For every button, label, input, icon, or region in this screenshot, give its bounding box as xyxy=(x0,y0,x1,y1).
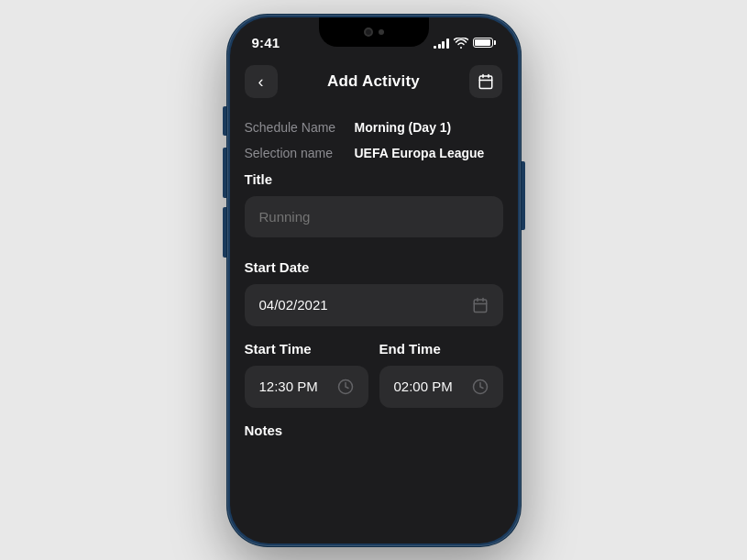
schedule-name-label: Schedule Name xyxy=(245,120,355,135)
page-title: Add Activity xyxy=(327,72,420,91)
power-button xyxy=(522,161,525,230)
app-header: ‹ Add Activity xyxy=(230,58,518,113)
selection-name-value: UEFA Europa League xyxy=(355,146,485,160)
status-bar: 9:41 xyxy=(230,17,518,58)
start-time-value: 12:30 PM xyxy=(259,379,318,394)
svg-rect-4 xyxy=(474,300,487,313)
clock-end-icon xyxy=(472,379,489,395)
volume-down-button xyxy=(223,207,226,258)
start-time-label: Start Time xyxy=(245,341,368,357)
title-input[interactable] xyxy=(245,196,503,237)
phone-screen: 9:41 xyxy=(230,17,518,544)
selection-name-label: Selection name xyxy=(245,146,355,160)
phone-frame: 9:41 xyxy=(227,15,521,546)
back-button[interactable]: ‹ xyxy=(245,65,278,98)
svg-rect-0 xyxy=(480,76,493,89)
notch xyxy=(319,17,429,47)
clock-start-icon xyxy=(337,379,354,395)
notes-label: Notes xyxy=(245,423,503,438)
calendar-header-icon xyxy=(478,73,494,90)
front-camera xyxy=(364,27,373,37)
start-time-col: Start Time 12:30 PM xyxy=(245,341,368,408)
end-time-label: End Time xyxy=(379,341,503,357)
back-arrow-icon: ‹ xyxy=(258,73,264,90)
form-content: Schedule Name Morning (Day 1) Selection … xyxy=(230,113,518,438)
start-date-value: 04/02/2021 xyxy=(259,297,328,313)
end-time-value: 02:00 PM xyxy=(394,379,453,394)
status-time: 9:41 xyxy=(252,35,280,50)
battery-icon xyxy=(473,38,496,48)
calendar-header-button[interactable] xyxy=(469,65,502,98)
phone-device: 9:41 xyxy=(227,15,521,546)
start-date-input[interactable]: 04/02/2021 xyxy=(245,284,503,326)
start-date-label: Start Date xyxy=(245,259,503,275)
time-row: Start Time 12:30 PM End Time xyxy=(245,341,503,408)
start-time-input[interactable]: 12:30 PM xyxy=(245,366,368,408)
end-time-input[interactable]: 02:00 PM xyxy=(379,366,503,408)
schedule-name-value: Morning (Day 1) xyxy=(355,120,452,135)
title-label: Title xyxy=(245,171,503,187)
status-icons xyxy=(434,38,496,49)
selection-name-row: Selection name UEFA Europa League xyxy=(245,146,503,160)
calendar-date-icon xyxy=(472,297,489,313)
mute-button xyxy=(223,106,226,136)
signal-icon xyxy=(434,38,449,49)
schedule-name-row: Schedule Name Morning (Day 1) xyxy=(245,120,503,135)
volume-up-button xyxy=(223,148,226,198)
wifi-icon xyxy=(454,38,468,49)
end-time-col: End Time 02:00 PM xyxy=(379,341,503,408)
sensor xyxy=(379,29,384,35)
